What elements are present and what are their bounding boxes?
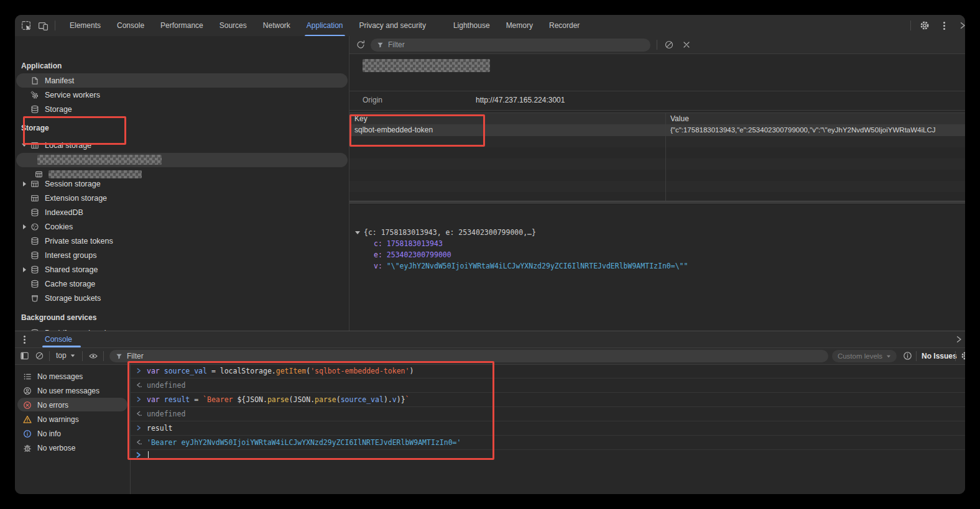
- inspect-element-icon[interactable]: [21, 21, 32, 31]
- sidebar-section-storage: Storage: [21, 121, 49, 135]
- toolbar-divider: [657, 40, 657, 50]
- console-filter-warnings[interactable]: No warnings: [15, 412, 130, 426]
- console-toolbar: top Filter Custom levels No Issues: [15, 347, 965, 365]
- tab-lighthouse[interactable]: Lighthouse: [445, 15, 498, 36]
- sidebar-item-session-storage[interactable]: Session storage: [15, 177, 349, 191]
- error-icon: [22, 400, 32, 410]
- console-command[interactable]: var result = `Bearer ${JSON.parse(JSON.p…: [131, 392, 965, 407]
- storage-value-cell[interactable]: {"c":1758183013943,"e":253402300799000,"…: [670, 126, 965, 134]
- database-icon: [30, 104, 40, 114]
- device-toolbar-icon[interactable]: [38, 21, 49, 31]
- tab-privacy-and-security[interactable]: Privacy and security: [351, 15, 434, 36]
- table-icon: [30, 179, 40, 189]
- sidebar-item-indexeddb[interactable]: IndexedDB: [15, 205, 349, 219]
- sidebar-item-back-forward-cache[interactable]: Back/forward cache: [15, 326, 349, 331]
- sidebar-item-storage-buckets[interactable]: Storage buckets: [15, 291, 349, 305]
- sidebar-item-extension-storage[interactable]: Extension storage: [15, 191, 349, 205]
- datagrid-header: Key Value: [349, 112, 965, 126]
- console-command[interactable]: result: [131, 421, 965, 436]
- tab-console[interactable]: Console: [109, 15, 152, 36]
- sidebar-item-manifest[interactable]: Manifest: [15, 73, 349, 88]
- sidebar-section-application: Application: [21, 58, 62, 73]
- sidebar-item-local-storage[interactable]: Local storage: [15, 138, 349, 152]
- console-command[interactable]: var source_val = localStorage.getItem('s…: [131, 364, 965, 378]
- console-messages: var source_val = localStorage.getItem('s…: [131, 364, 965, 494]
- drawer-menu-icon[interactable]: [24, 339, 25, 341]
- sidebar-item-shared-storage[interactable]: Shared storage: [15, 262, 349, 277]
- toolbar-divider: [55, 21, 55, 30]
- console-settings-gear-icon[interactable]: [961, 351, 965, 360]
- console-sidebar: No messages No user messages No errors N…: [15, 364, 131, 494]
- sidebar-item-cache-storage[interactable]: Cache storage: [15, 277, 349, 291]
- live-expression-eye-icon[interactable]: [88, 351, 98, 361]
- console-filter-all-messages[interactable]: No messages: [15, 369, 130, 383]
- table-icon: [30, 193, 40, 203]
- drawer-tabbar: Console: [15, 331, 965, 347]
- settings-gear-icon[interactable]: [920, 21, 930, 30]
- tab-network[interactable]: Network: [255, 15, 298, 36]
- console-output-arrow-icon: [131, 411, 147, 416]
- filter-funnel-icon: [377, 42, 384, 48]
- more-options-icon[interactable]: [943, 25, 945, 27]
- console-sidebar-toggle-icon[interactable]: [20, 351, 29, 360]
- datagrid-empty-rows: [349, 136, 965, 201]
- application-sidebar: Application Manifest Service workers Sto…: [15, 36, 349, 331]
- drawer-chevron-icon[interactable]: [955, 336, 963, 343]
- chevron-down-icon[interactable]: [20, 144, 29, 147]
- gear-icon: [30, 90, 40, 100]
- delete-selected-icon[interactable]: [682, 40, 691, 50]
- warning-icon: [22, 415, 32, 424]
- storage-filter-input[interactable]: Filter: [371, 39, 650, 52]
- dock-chevron-icon[interactable]: [959, 22, 965, 29]
- tab-application[interactable]: Application: [298, 15, 351, 36]
- preview-splitter[interactable]: [349, 201, 965, 204]
- key-column-header[interactable]: Key: [354, 114, 368, 123]
- redacted-storage-title: [363, 59, 490, 72]
- log-levels-dropdown[interactable]: Custom levels: [832, 350, 897, 362]
- refresh-icon[interactable]: [356, 40, 366, 50]
- sidebar-item-cookies[interactable]: Cookies: [15, 219, 349, 234]
- issues-info-icon[interactable]: [903, 351, 912, 360]
- console-drawer: Console top Fi: [15, 331, 965, 494]
- bucket-icon: [30, 293, 40, 303]
- cookie-icon: [30, 222, 40, 232]
- database-icon: [30, 265, 40, 275]
- console-filter-info[interactable]: No info: [15, 426, 130, 441]
- devtools-window: Elements Console Performance Sources Net…: [15, 15, 965, 494]
- console-result[interactable]: 'Bearer eyJhY2NvdW50IjoiYWRtaW4iLCJwYXNz…: [131, 435, 965, 450]
- chevron-right-icon[interactable]: [20, 181, 29, 186]
- database-icon: [30, 236, 40, 246]
- column-divider[interactable]: [665, 112, 666, 201]
- console-result[interactable]: undefined: [131, 378, 965, 393]
- tab-elements[interactable]: Elements: [62, 15, 109, 36]
- console-filter-errors[interactable]: No errors: [15, 398, 130, 412]
- origin-row: Origin http://47.237.165.224:3001: [349, 91, 965, 111]
- sidebar-item-private-state-tokens[interactable]: Private state tokens: [15, 234, 349, 248]
- tab-memory[interactable]: Memory: [498, 15, 541, 36]
- execution-context-selector[interactable]: top: [56, 351, 75, 360]
- chevron-down-icon: [70, 354, 74, 357]
- sidebar-item-storage[interactable]: Storage: [15, 102, 349, 116]
- tab-performance[interactable]: Performance: [152, 15, 211, 36]
- tab-recorder[interactable]: Recorder: [541, 15, 588, 36]
- tab-sources[interactable]: Sources: [211, 15, 255, 36]
- issues-count[interactable]: No Issues: [922, 352, 957, 360]
- console-filter-verbose[interactable]: No verbose: [15, 441, 130, 455]
- chevron-right-icon[interactable]: [20, 267, 29, 272]
- console-prompt-chevron-icon: [131, 452, 147, 458]
- value-column-header[interactable]: Value: [670, 114, 689, 123]
- devtools-tabbar: Elements Console Performance Sources Net…: [15, 15, 965, 37]
- sidebar-item-service-workers[interactable]: Service workers: [15, 88, 349, 102]
- json-preview-root[interactable]: {c: 1758183013943, e: 253402300799000,…}: [355, 227, 536, 238]
- clear-storage-icon[interactable]: [664, 40, 674, 50]
- storage-row-sqlbot-embedded-token[interactable]: sqlbot-embedded-token {"c":1758183013943…: [349, 124, 965, 136]
- chevron-right-icon[interactable]: [20, 224, 29, 229]
- console-prompt[interactable]: [131, 449, 965, 461]
- console-filter-input[interactable]: Filter: [109, 350, 828, 362]
- console-result[interactable]: undefined: [131, 406, 965, 421]
- chevron-down-icon[interactable]: [355, 231, 360, 234]
- console-filter-user-messages[interactable]: No user messages: [15, 383, 130, 398]
- sidebar-item-interest-groups[interactable]: Interest groups: [15, 248, 349, 262]
- storage-key-cell[interactable]: sqlbot-embedded-token: [354, 126, 433, 134]
- clear-console-icon[interactable]: [35, 351, 44, 360]
